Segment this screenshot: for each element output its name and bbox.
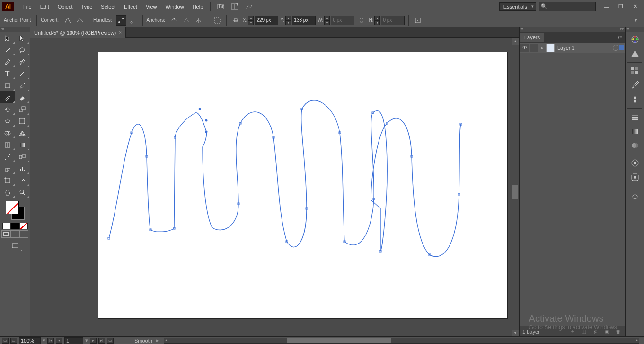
gradient-tool[interactable] xyxy=(15,139,30,151)
width-tool[interactable] xyxy=(0,115,15,127)
type-tool[interactable]: T xyxy=(0,68,15,80)
scroll-down-icon[interactable]: ▾ xyxy=(512,330,519,336)
transparency-panel-icon[interactable] xyxy=(626,138,644,153)
delete-layer-icon[interactable]: 🗑 xyxy=(614,328,622,335)
menu-type[interactable]: Type xyxy=(77,0,97,13)
lasso-tool[interactable] xyxy=(15,44,30,56)
scale-tool[interactable] xyxy=(15,103,30,115)
remove-anchor-icon[interactable] xyxy=(169,15,179,26)
make-clipping-mask-icon[interactable]: ◫ xyxy=(580,328,588,335)
artboard-tool[interactable] xyxy=(0,174,15,186)
isolate-icon[interactable] xyxy=(212,15,222,26)
mesh-tool[interactable] xyxy=(0,139,15,151)
brushes-panel-icon[interactable] xyxy=(626,78,644,92)
screen-mode-icon[interactable] xyxy=(8,240,23,252)
symbol-sprayer-tool[interactable] xyxy=(0,163,15,174)
stroke-panel-icon[interactable] xyxy=(626,110,644,124)
artboard-number-field[interactable]: 1 xyxy=(64,337,83,344)
workspace-switcher[interactable]: Essentials xyxy=(499,2,536,11)
rectangle-tool[interactable] xyxy=(0,80,15,91)
draw-normal-icon[interactable] xyxy=(1,230,10,238)
selection-tool[interactable] xyxy=(0,32,15,44)
lock-toggle-icon[interactable] xyxy=(530,44,538,52)
window-close-icon[interactable]: ✕ xyxy=(629,3,641,10)
close-tab-icon[interactable]: × xyxy=(119,27,122,38)
last-artboard-icon[interactable]: ▸I xyxy=(98,338,105,344)
panel-menu-icon[interactable]: ▾≡ xyxy=(616,35,624,40)
panel-grip[interactable] xyxy=(520,27,625,32)
curvature-tool[interactable] xyxy=(15,56,30,68)
link-wh-icon[interactable] xyxy=(356,15,367,26)
target-layer-icon[interactable] xyxy=(613,45,618,51)
dock-grip[interactable] xyxy=(626,27,644,32)
eyedropper-tool[interactable] xyxy=(0,151,15,163)
gradient-panel-icon[interactable] xyxy=(626,124,644,138)
menu-edit[interactable]: Edit xyxy=(36,0,53,13)
align-to-pixel-icon[interactable] xyxy=(413,15,423,26)
none-fill-icon[interactable] xyxy=(19,223,28,229)
appearance-panel-icon[interactable] xyxy=(626,156,644,170)
hide-handles-icon[interactable] xyxy=(128,15,139,26)
control-bar-menu-icon[interactable]: ▾≡ xyxy=(635,17,640,23)
locate-object-icon[interactable]: ⌖ xyxy=(568,328,577,335)
visibility-toggle-icon[interactable]: 👁 xyxy=(520,44,529,52)
swatches-panel-icon[interactable] xyxy=(626,64,644,78)
line-tool[interactable] xyxy=(15,68,30,80)
color-mode-row[interactable] xyxy=(0,223,30,229)
color-guide-panel-icon[interactable] xyxy=(626,46,644,61)
slice-tool[interactable] xyxy=(15,174,30,186)
scroll-up-icon[interactable]: ▴ xyxy=(512,38,519,45)
rotate-tool[interactable] xyxy=(0,103,15,115)
y-input[interactable] xyxy=(292,16,316,25)
document-tab[interactable]: Untitled-5* @ 100% (RGB/Preview) × xyxy=(30,27,126,38)
convert-smooth-icon[interactable] xyxy=(75,15,85,26)
menu-object[interactable]: Object xyxy=(53,0,77,13)
convert-corner-icon[interactable] xyxy=(62,15,73,26)
window-maximize-icon[interactable]: ❐ xyxy=(615,3,626,10)
cut-path-icon[interactable] xyxy=(194,15,204,26)
graphic-styles-panel-icon[interactable] xyxy=(626,170,644,184)
prev-artboard-icon[interactable]: ◂ xyxy=(56,338,62,344)
menu-effect[interactable]: Effect xyxy=(120,0,141,13)
horizontal-scrollbar[interactable] xyxy=(164,338,639,344)
bridge-icon[interactable]: Br xyxy=(215,1,226,12)
next-artboard-icon[interactable]: ▸ xyxy=(90,338,97,344)
symbols-panel-icon[interactable] xyxy=(626,92,644,107)
column-graph-tool[interactable] xyxy=(15,163,30,174)
artboard-nav2-icon[interactable]: ▭ xyxy=(10,338,17,344)
draw-mode-row[interactable] xyxy=(0,230,30,238)
menu-select[interactable]: Select xyxy=(97,0,120,13)
layers-tab[interactable]: Layers xyxy=(520,33,544,42)
expand-layer-icon[interactable]: ▸ xyxy=(539,45,545,50)
menu-help[interactable]: Help xyxy=(188,0,208,13)
scroll-thumb[interactable] xyxy=(512,185,518,199)
x-input[interactable] xyxy=(255,16,278,25)
menu-view[interactable]: View xyxy=(141,0,161,13)
menu-file[interactable]: File xyxy=(19,0,36,13)
perspective-grid-tool[interactable] xyxy=(15,127,30,139)
free-transform-tool[interactable] xyxy=(15,115,30,127)
layer-name[interactable]: Layer 1 xyxy=(556,45,612,51)
draw-behind-icon[interactable] xyxy=(10,230,19,238)
menu-window[interactable]: Window xyxy=(161,0,188,13)
tools-collapse-grip[interactable] xyxy=(0,27,30,32)
hand-tool[interactable] xyxy=(0,186,15,198)
color-panel-icon[interactable] xyxy=(626,32,644,46)
hscroll-thumb[interactable] xyxy=(287,338,391,343)
eraser-tool[interactable] xyxy=(15,91,30,103)
shape-builder-tool[interactable] xyxy=(0,127,15,139)
align-link-icon[interactable] xyxy=(230,15,241,26)
layer-row[interactable]: 👁 ▸ Layer 1 xyxy=(520,43,625,53)
paintbrush-tool[interactable] xyxy=(15,80,30,91)
draw-inside-icon[interactable] xyxy=(19,230,28,238)
first-artboard-icon[interactable]: I◂ xyxy=(47,338,54,344)
window-minimize-icon[interactable]: — xyxy=(601,3,612,10)
libraries-panel-icon[interactable] xyxy=(626,188,644,202)
blend-tool[interactable] xyxy=(15,151,30,163)
y-field[interactable]: Y: ▴▾ xyxy=(280,16,316,25)
vertical-scrollbar[interactable]: ▴ ▾ xyxy=(512,38,519,336)
fill-stroke-swatch[interactable] xyxy=(6,201,25,220)
help-search-input[interactable] xyxy=(539,2,596,11)
magic-wand-tool[interactable] xyxy=(0,44,15,56)
arrange-docs-icon[interactable]: ▾ xyxy=(229,1,240,12)
